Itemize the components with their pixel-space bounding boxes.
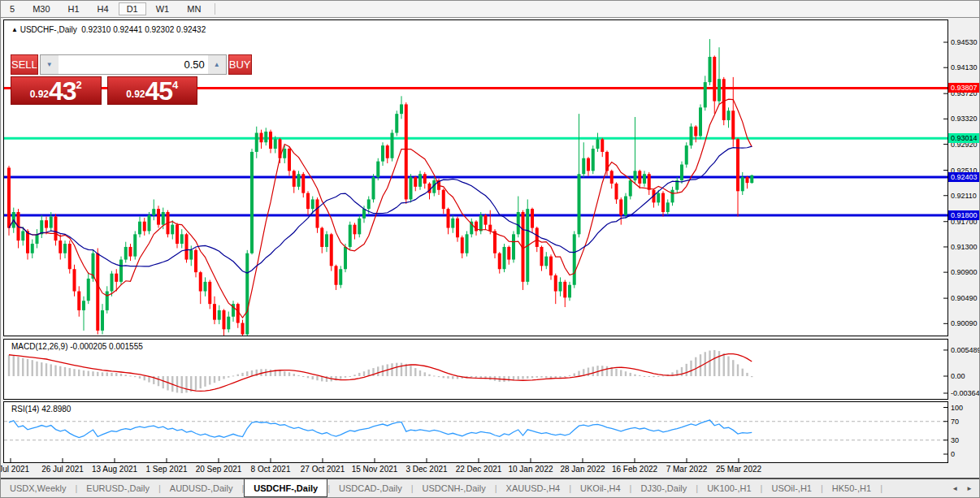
price-tick-label: 0.90490 [951,294,978,302]
volume-decrease-button[interactable]: ▼ [41,55,59,74]
date-tick-label: 7 Jul 2021 [0,465,29,474]
macd-tick-label: -0.00364 [951,389,980,397]
rsi-tick-label: 100 [951,404,963,412]
timeframe-button-m30[interactable]: M30 [24,2,58,15]
date-tick-label: 10 Jan 2022 [508,465,553,474]
rsi-tick-label: 0 [951,450,955,458]
price-tick-label: 0.94130 [951,63,978,71]
price-level-tag: 0.93807 [948,83,980,93]
date-tick-label: 1 Sep 2021 [145,465,187,474]
rsi-tick-label: 30 [951,436,959,444]
tab-eurusd[interactable]: EURUSD-,Daily [77,479,158,497]
date-tick-label: 25 Mar 2022 [716,465,761,474]
buy-price-small: 0.92 [126,89,145,100]
date-tick-label: 20 Sep 2021 [196,465,242,474]
ohlc-open: 0.92310 [81,25,111,34]
price-level-tag: 0.91800 [948,210,980,220]
date-tick-label: 16 Feb 2022 [612,465,657,474]
trading-terminal-window: 5M30H1H4D1W1MN ▲ USDCHF-,Daily 0.92310 0… [0,0,980,498]
tab-dj30[interactable]: DJ30-,Daily [631,479,696,497]
ohlc-close: 0.92432 [176,25,206,34]
collapse-triangle-icon[interactable]: ▲ [11,26,18,33]
rsi-label: RSI(14) 42.8980 [11,405,71,414]
sell-price-box[interactable]: 0.92 43 2 [11,76,102,105]
price-tick-label: 0.90090 [951,319,978,327]
volume-input[interactable] [59,55,208,74]
price-tick-label: 0.90900 [951,268,978,276]
tab-ukoil[interactable]: UKOil-,H4 [571,479,630,497]
buy-price-box[interactable]: 0.92 45 4 [107,76,198,105]
tab-scroll-arrows: ◄► [952,479,980,497]
date-axis: 7 Jul 202126 Jul 202113 Aug 20211 Sep 20… [1,464,980,477]
date-tick-label: 15 Nov 2021 [352,465,398,474]
macd-tick-label: 0.00 [951,372,965,380]
timeframe-toolbar: 5M30H1H4D1W1MN [1,1,980,18]
tab-audusd[interactable]: AUDUSD-,Daily [161,479,242,497]
timeframe-button-d1[interactable]: D1 [119,2,146,15]
rsi-panel[interactable]: RSI(14) 42.8980 [3,401,948,463]
date-tick-label: 27 Oct 2021 [301,465,345,474]
price-level-tag: 0.92403 [948,172,980,182]
tabs-scroll-left-icon[interactable]: ◄ [952,485,958,492]
date-tick-label: 7 Mar 2022 [666,465,708,474]
price-tick-label: 0.94530 [951,38,978,46]
date-tick-label: 3 Dec 2021 [405,465,447,474]
price-tick-label: 0.93320 [951,115,978,123]
volume-spinner: ▼ ▲ [40,54,227,75]
one-click-trade-panel: SELL ▼ ▲ BUY 0.92 43 2 0.92 45 4 [11,54,197,105]
tab-usdchf[interactable]: USDCHF-,Daily [244,479,327,497]
timeframe-button-5[interactable]: 5 [2,2,23,15]
price-tick-label: 0.92110 [951,192,977,200]
timeframe-button-mn[interactable]: MN [179,2,209,15]
tab-hk50[interactable]: HK50-,H1 [823,479,880,497]
tab-usoil[interactable]: USOil-,H1 [762,479,821,497]
buy-price-big: 45 [145,80,173,102]
volume-increase-button[interactable]: ▲ [208,55,226,74]
chart-symbol: USDCHF-,Daily [20,25,77,34]
tabs-scroll-right-icon[interactable]: ► [966,485,973,492]
chart-tab-bar: USDX,Weekly|EURUSD-,Daily|AUDUSD-,Daily|… [1,478,980,497]
price-tick-label: 0.91300 [951,243,978,251]
buy-button[interactable]: BUY [228,54,252,75]
tab-usdx[interactable]: USDX,Weekly [1,479,75,497]
tab-uk100[interactable]: UK100-,H1 [698,479,760,497]
rsi-tick-label: 70 [951,418,959,426]
sell-button[interactable]: SELL [11,54,38,75]
macd-label: MACD(12,26,9) -0.000205 0.001555 [11,342,143,351]
timeframe-button-h1[interactable]: H1 [60,2,88,15]
macd-chart [4,340,947,399]
rsi-chart [4,402,947,462]
tab-xauusd[interactable]: XAUUSD-,H4 [497,479,570,497]
sell-price-big: 43 [49,80,76,102]
date-tick-label: 26 Jul 2021 [41,465,84,474]
ohlc-high: 0.92441 [113,25,142,34]
price-level-tag: 0.93014 [948,133,980,143]
date-tick-label: 8 Oct 2021 [251,465,291,474]
toolbar-separator [215,3,215,15]
buy-price-sup: 4 [172,79,178,91]
date-tick-label: 28 Jan 2022 [560,465,605,474]
main-chart-panel[interactable]: ▲ USDCHF-,Daily 0.92310 0.92441 0.92302 … [3,19,948,336]
sell-price-small: 0.92 [30,89,49,100]
tab-separator: | [880,479,882,497]
macd-panel[interactable]: MACD(12,26,9) -0.000205 0.001555 [3,339,948,400]
ohlc-low: 0.92302 [145,25,174,34]
macd-tick-label: 0.005489 [951,346,980,354]
chart-title: ▲ USDCHF-,Daily 0.92310 0.92441 0.92302 … [11,25,206,34]
date-tick-label: 22 Dec 2021 [456,465,502,474]
tab-usdcad[interactable]: USDCAD-,Daily [330,479,411,497]
timeframe-button-h4[interactable]: H4 [89,2,117,15]
timeframe-button-w1[interactable]: W1 [148,2,178,15]
tab-usdcnh[interactable]: USDCNH-,Daily [414,479,495,497]
date-tick-label: 13 Aug 2021 [92,465,137,474]
sell-price-sup: 2 [76,79,82,91]
